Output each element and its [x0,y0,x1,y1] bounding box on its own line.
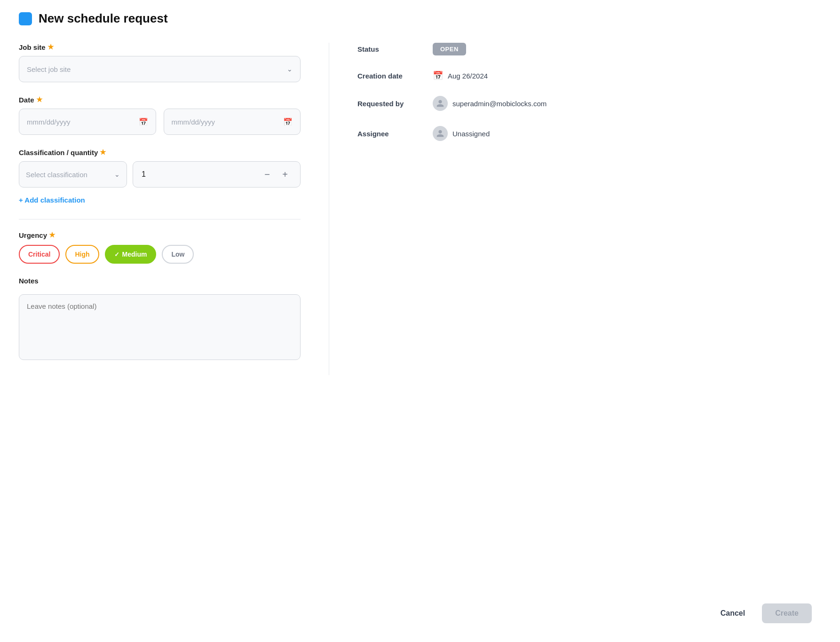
chevron-down-icon: ⌄ [287,65,293,73]
notes-field: Notes [19,277,301,362]
left-panel: Job site ★ Select job site ⌄ Date ★ mmm/… [19,43,329,375]
divider [19,219,301,219]
status-value: OPEN [433,43,466,55]
assignee-avatar [433,126,448,141]
required-star-urgency: ★ [49,231,55,239]
urgency-label: Urgency ★ [19,231,301,239]
avatar [433,96,448,111]
urgency-high-button[interactable]: High [65,245,99,264]
date-start-input[interactable]: mmm/dd/yyyy 📅 [19,109,156,135]
header-icon [19,12,32,25]
classification-label: Classification / quantity ★ [19,148,301,157]
date-start-placeholder: mmm/dd/yyyy [27,118,71,126]
notes-label: Notes [19,277,301,285]
assignee-text: Unassigned [452,130,490,138]
calendar-icon-creation: 📅 [433,70,443,81]
status-badge: OPEN [433,43,466,55]
footer: Cancel Create [711,603,812,623]
job-site-label: Job site ★ [19,43,301,51]
check-icon: ✓ [114,251,119,258]
calendar-icon-end: 📅 [283,117,293,126]
main-layout: Job site ★ Select job site ⌄ Date ★ mmm/… [19,43,821,375]
date-label: Date ★ [19,95,301,104]
requested-by-row: Requested by superadmin@mobiclocks.com [357,96,821,111]
creation-date-label: Creation date [357,72,433,80]
creation-date-row: Creation date 📅 Aug 26/2024 [357,70,821,81]
page-header: New schedule request [19,11,821,26]
status-label: Status [357,45,433,53]
classification-placeholder: Select classification [26,171,87,179]
creation-date-text: Aug 26/2024 [448,72,488,80]
requested-by-label: Requested by [357,100,433,108]
notes-textarea[interactable] [19,294,301,360]
required-star-classification: ★ [100,148,106,157]
date-end-placeholder: mmm/dd/yyyy [172,118,215,126]
create-button[interactable]: Create [762,603,812,623]
assignee-label: Assignee [357,130,433,138]
page-title: New schedule request [39,11,168,26]
quantity-increase-button[interactable]: + [278,168,292,181]
assignee-row: Assignee Unassigned [357,126,821,141]
required-star: ★ [48,43,54,51]
urgency-critical-button[interactable]: Critical [19,245,60,264]
urgency-medium-button[interactable]: ✓ Medium [105,245,157,264]
date-field: Date ★ mmm/dd/yyyy 📅 mmm/dd/yyyy 📅 [19,95,301,135]
urgency-field: Urgency ★ Critical High ✓ Medium Low [19,231,301,264]
status-row: Status OPEN [357,43,821,55]
classification-select[interactable]: Select classification ⌄ [19,161,127,188]
job-site-field: Job site ★ Select job site ⌄ [19,43,301,82]
required-star-date: ★ [36,95,42,104]
classification-field: Classification / quantity ★ Select class… [19,148,301,206]
urgency-low-button[interactable]: Low [162,245,194,264]
job-site-placeholder: Select job site [27,65,71,73]
calendar-icon-start: 📅 [139,117,148,126]
cancel-button[interactable]: Cancel [711,604,754,622]
requested-by-value: superadmin@mobiclocks.com [433,96,547,111]
job-site-select[interactable]: Select job site ⌄ [19,56,301,82]
right-panel: Status OPEN Creation date 📅 Aug 26/2024 … [329,43,821,375]
add-classification-button[interactable]: + Add classification [19,194,85,206]
quantity-value: 1 [142,170,146,179]
urgency-options: Critical High ✓ Medium Low [19,245,301,264]
assignee-value: Unassigned [433,126,490,141]
date-row: mmm/dd/yyyy 📅 mmm/dd/yyyy 📅 [19,109,301,135]
chevron-down-icon-classification: ⌄ [114,171,120,178]
classification-row: Select classification ⌄ 1 − + [19,161,301,188]
creation-date-value: 📅 Aug 26/2024 [433,70,488,81]
quantity-control: 1 − + [133,161,301,188]
date-end-input[interactable]: mmm/dd/yyyy 📅 [164,109,301,135]
requested-by-text: superadmin@mobiclocks.com [452,100,547,108]
quantity-decrease-button[interactable]: − [261,168,274,181]
